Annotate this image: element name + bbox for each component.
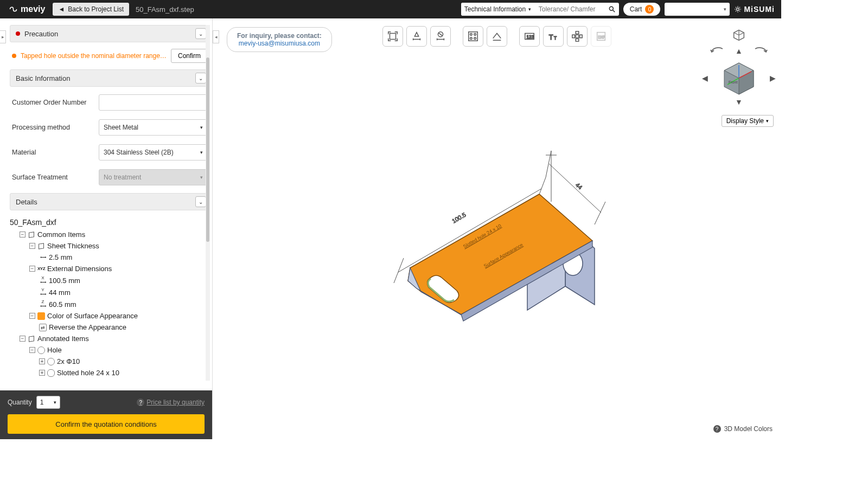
slot-icon — [47, 369, 55, 377]
collapse-icon[interactable]: ⌄ — [195, 73, 206, 84]
nav-left-icon[interactable]: ◀ — [702, 74, 708, 82]
help-icon: ? — [137, 399, 144, 406]
tool-dimension[interactable] — [406, 26, 427, 47]
collapse-minus-icon[interactable]: − — [29, 243, 35, 249]
back-label: Back to Project List — [68, 5, 124, 13]
tree-root[interactable]: 50_FAsm_dxf — [10, 216, 210, 229]
bend-icon — [491, 30, 503, 42]
svg-point-7 — [474, 34, 476, 36]
cart-button[interactable]: Cart 0 — [623, 3, 661, 16]
tree-dim-y[interactable]: Y⟷44 mm — [39, 286, 210, 298]
precaution-header[interactable]: Precaution ⌄ — [10, 25, 210, 42]
material-value: 304 Stainless Steel (2B) — [104, 149, 174, 156]
collapse-minus-icon[interactable]: − — [29, 266, 35, 272]
search-icon[interactable] — [605, 3, 619, 16]
tree-label: 2x Φ10 — [57, 357, 80, 365]
hole-icon — [47, 358, 55, 365]
tool-clear-annotation[interactable] — [430, 26, 451, 47]
search-input[interactable] — [534, 3, 605, 16]
confirm-precaution-button[interactable]: Confirm — [171, 49, 208, 63]
processing-row: Processing method Sheet Metal ▾ — [10, 115, 210, 140]
basic-info-header[interactable]: Basic Information ⌄ — [10, 69, 210, 87]
tree-common-items[interactable]: −Common Items — [20, 229, 210, 240]
navigation-cube[interactable]: Front — [720, 60, 758, 98]
details-title: Details — [16, 198, 37, 206]
nav-up-icon[interactable]: ▲ — [735, 47, 743, 55]
tree-hole-2[interactable]: +Slotted hole 24 x 10 — [39, 367, 210, 378]
expand-plus-icon[interactable]: + — [39, 370, 45, 376]
chevron-down-icon: ▾ — [724, 7, 726, 12]
collapse-minus-icon[interactable]: − — [20, 232, 25, 237]
infinity-icon — [8, 4, 17, 14]
tree-sheet-thickness[interactable]: −Sheet Thickness — [29, 240, 210, 252]
cube-icon — [37, 242, 45, 250]
misumi-logo[interactable]: MiSUMi — [734, 5, 775, 14]
tree-thickness-value[interactable]: ⟷2.5 mm — [39, 252, 210, 263]
tree-label: External Dimensions — [47, 265, 112, 273]
confirm-quotation-button[interactable]: Confirm the quotation conditions — [8, 414, 205, 434]
collapse-minus-icon[interactable]: − — [20, 336, 25, 342]
nav-right-icon[interactable]: ▶ — [770, 74, 776, 82]
cube-icon — [28, 231, 35, 239]
inquiry-bubble: For inquiry, please contact: meviy-usa@m… — [227, 27, 332, 52]
svg-point-0 — [609, 7, 613, 10]
tree-annotated-items[interactable]: −Annotated Items — [20, 333, 210, 344]
order-number-input[interactable] — [99, 94, 208, 111]
viewer-area[interactable]: ◂ For inquiry, please contact: meviy-usa… — [213, 18, 781, 439]
display-style-label: Display Style — [726, 117, 764, 125]
nav-down-icon[interactable]: ▼ — [706, 98, 771, 106]
tool-text-size[interactable]: TT — [543, 26, 564, 47]
collapse-minus-icon[interactable]: − — [29, 313, 35, 319]
meviy-logo[interactable]: meviy — [0, 4, 53, 14]
processing-method-select[interactable]: Sheet Metal ▾ — [99, 119, 208, 136]
tool-dxf-export: DXF — [591, 26, 611, 47]
svg-line-1 — [613, 10, 615, 12]
tree-hole[interactable]: −Hole — [29, 344, 210, 356]
svg-text:DXF: DXF — [598, 35, 605, 39]
tree-hole-1[interactable]: +2x Φ10 — [39, 356, 210, 367]
gear-icon — [734, 5, 742, 13]
quantity-select[interactable]: 1 ▾ — [36, 396, 60, 409]
home-cube-icon[interactable] — [731, 28, 746, 43]
rotate-right-icon[interactable] — [753, 47, 769, 55]
svg-rect-16 — [576, 39, 579, 42]
display-style-select[interactable]: Display Style ▾ — [722, 115, 774, 127]
material-select[interactable]: 304 Stainless Steel (2B) ▾ — [99, 144, 208, 160]
logo-text: meviy — [21, 4, 45, 14]
tree-label: Reverse the Appearance — [49, 323, 126, 331]
reverse-icon: ⇄ — [39, 324, 47, 331]
tree-reverse-appearance[interactable]: ⇄Reverse the Appearance — [39, 322, 210, 333]
tree-dim-z[interactable]: Z⟷60.5 mm — [39, 298, 210, 310]
part-3d-render[interactable]: 100.5 44 Slotted hole 24 x 10 Surface — [356, 131, 638, 348]
inquiry-email-link[interactable]: meviy-usa@misumiusa.com — [239, 40, 320, 47]
holes-icon — [467, 30, 479, 42]
rotate-left-icon[interactable] — [709, 47, 725, 55]
panel-scrollbar[interactable] — [206, 25, 210, 381]
collapse-minus-icon[interactable]: − — [29, 347, 35, 353]
tool-hole-recognition[interactable] — [463, 26, 483, 47]
model-colors-button[interactable]: ? 3D Model Colors — [713, 425, 773, 433]
collapse-icon[interactable]: ⌄ — [195, 196, 206, 207]
user-select[interactable]: ▾ — [665, 3, 730, 16]
tool-show-dimensions[interactable]: 123 — [519, 26, 540, 47]
tree-dim-x[interactable]: X⟷100.5 mm — [39, 274, 210, 286]
viewer-collapse-tab[interactable]: ◂ — [213, 30, 219, 43]
panel-scroll[interactable]: Precaution ⌄ Tapped hole outside the nom… — [0, 18, 212, 390]
surface-value: No treatment — [104, 174, 141, 181]
svg-rect-3 — [390, 34, 396, 40]
surface-row: Surface Treatment No treatment ▾ — [10, 165, 210, 190]
expand-plus-icon[interactable]: + — [39, 358, 45, 364]
tool-six-views[interactable] — [567, 26, 588, 47]
tree-color-surface[interactable]: −Color of Surface Appearance — [29, 310, 210, 322]
panel-expand-tab-left[interactable]: ▸ — [0, 30, 6, 43]
price-list-link[interactable]: ? Price list by quantity — [137, 399, 205, 406]
tool-bend[interactable] — [487, 26, 507, 47]
tree-external-dimensions[interactable]: −XYZExternal Dimensions — [29, 263, 210, 274]
collapse-icon[interactable]: ⌄ — [195, 28, 206, 39]
chevron-down-icon: ▾ — [528, 7, 531, 12]
back-to-project-list-button[interactable]: ◄ Back to Project List — [53, 3, 129, 16]
z-dimension-icon: Z⟷ — [39, 300, 47, 309]
technical-information-select[interactable]: Technical Information ▾ — [461, 3, 534, 16]
tool-fit-view[interactable] — [382, 26, 403, 47]
details-header[interactable]: Details ⌄ — [10, 193, 210, 210]
